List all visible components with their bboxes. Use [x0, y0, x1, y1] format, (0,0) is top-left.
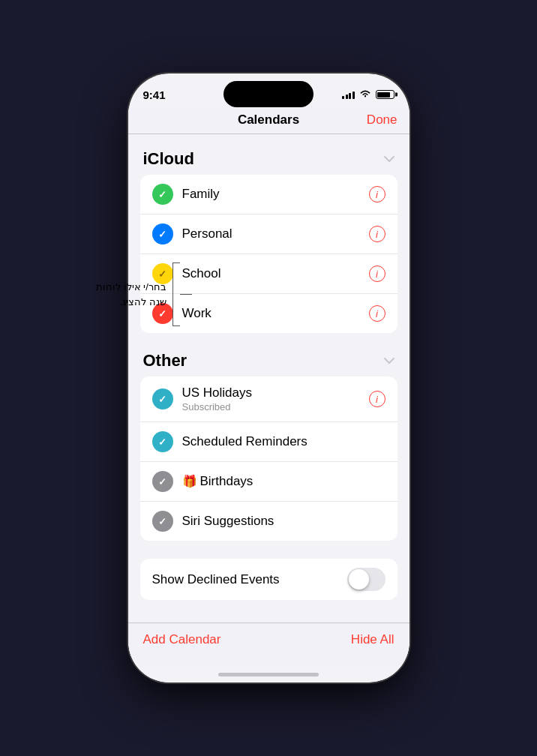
- status-icons: [342, 88, 394, 100]
- wifi-icon: [359, 88, 371, 100]
- work-item-content: Work: [182, 306, 369, 321]
- info-icon: i: [376, 308, 378, 320]
- info-icon: i: [376, 189, 378, 200]
- reminders-label: Scheduled Reminders: [182, 434, 308, 448]
- us-holidays-info-button[interactable]: i: [369, 391, 386, 407]
- signal-icon: [342, 90, 355, 99]
- battery-icon: [376, 90, 394, 99]
- nav-bar: Calendars Done: [128, 106, 410, 134]
- add-calendar-button[interactable]: Add Calendar: [143, 632, 221, 647]
- annotation-bracket: [172, 262, 180, 326]
- gift-icon: 🎁: [182, 475, 197, 488]
- annotation-line: [180, 294, 192, 296]
- phone-frame: 9:41: [128, 74, 410, 682]
- nav-title: Calendars: [238, 112, 299, 128]
- us-holidays-subtitle: Subscribed: [182, 401, 369, 412]
- dynamic-island: [224, 81, 314, 107]
- info-icon: i: [376, 268, 378, 280]
- family-info-button[interactable]: i: [369, 186, 386, 202]
- siri-label: Siri Suggestions: [182, 514, 274, 528]
- work-info-button[interactable]: i: [369, 305, 386, 322]
- school-info-button[interactable]: i: [369, 266, 386, 282]
- us-holidays-dot: ✓: [152, 388, 173, 410]
- hide-all-button[interactable]: Hide All: [351, 632, 394, 647]
- personal-label: Personal: [182, 226, 232, 241]
- annotation-text: בחר/י אילו לוחותשנה להציג.: [96, 280, 166, 309]
- personal-info-button[interactable]: i: [369, 226, 386, 242]
- status-time: 9:41: [143, 88, 166, 101]
- icloud-section-title: iCloud: [143, 149, 194, 169]
- birthdays-dot: ✓: [152, 471, 173, 492]
- checkmark-icon: ✓: [158, 476, 166, 488]
- other-section-title: Other: [143, 351, 188, 370]
- other-section: Other ✓: [140, 351, 398, 541]
- toggle-thumb: [349, 569, 369, 590]
- declined-list: Show Declined Events: [140, 559, 398, 600]
- bottom-bar: Add Calendar Hide All: [128, 622, 410, 670]
- done-button[interactable]: Done: [367, 112, 398, 128]
- list-item[interactable]: ✓ Scheduled Reminders: [140, 422, 398, 462]
- reminders-dot: ✓: [152, 431, 173, 452]
- list-item[interactable]: ✓ Siri Suggestions: [140, 502, 398, 541]
- checkmark-icon: ✓: [158, 516, 166, 527]
- declined-section: Show Declined Events: [140, 559, 398, 600]
- icloud-chevron-icon[interactable]: [384, 152, 394, 166]
- family-dot: ✓: [152, 184, 173, 205]
- phone-screen: 9:41: [128, 74, 410, 682]
- list-item[interactable]: ✓ Personal i: [140, 214, 398, 254]
- reminders-content: Scheduled Reminders: [182, 434, 386, 449]
- home-indicator: [218, 673, 319, 676]
- other-chevron-icon[interactable]: [384, 354, 394, 368]
- show-declined-item: Show Declined Events: [140, 559, 398, 600]
- list-item[interactable]: ✓ 🎁Birthdays: [140, 462, 398, 502]
- checkmark-icon: ✓: [158, 394, 166, 405]
- us-holidays-label: US Holidays: [182, 386, 369, 400]
- personal-item-content: Personal: [182, 226, 369, 242]
- birthdays-content: 🎁Birthdays: [182, 474, 386, 489]
- family-item-content: Family: [182, 187, 369, 202]
- info-icon: i: [376, 229, 378, 240]
- other-section-header: Other: [140, 351, 398, 370]
- us-holidays-content: US Holidays Subscribed: [182, 386, 369, 412]
- status-bar: 9:41: [128, 74, 410, 106]
- checkmark-icon: ✓: [158, 229, 166, 240]
- personal-dot: ✓: [152, 224, 173, 244]
- birthdays-label: Birthdays: [200, 474, 254, 488]
- family-label: Family: [182, 187, 220, 201]
- show-declined-label: Show Declined Events: [152, 572, 280, 587]
- icloud-section-header: iCloud: [140, 149, 398, 169]
- other-list: ✓ US Holidays Subscribed i: [140, 376, 398, 541]
- list-item[interactable]: ✓ US Holidays Subscribed i: [140, 376, 398, 422]
- checkmark-icon: ✓: [158, 189, 166, 200]
- list-item[interactable]: ✓ Family i: [140, 175, 398, 214]
- show-declined-toggle[interactable]: [347, 568, 386, 591]
- siri-dot: ✓: [152, 511, 173, 532]
- school-item-content: School: [182, 266, 369, 281]
- checkmark-icon: ✓: [158, 436, 166, 448]
- siri-content: Siri Suggestions: [182, 514, 386, 529]
- info-icon: i: [376, 394, 378, 405]
- screen-content: Calendars Done iCloud: [128, 106, 410, 682]
